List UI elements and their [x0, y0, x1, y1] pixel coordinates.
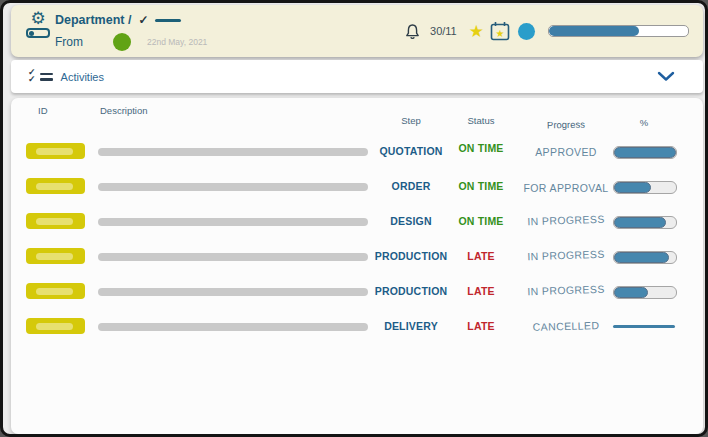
row-status: LATE — [441, 320, 521, 332]
slider-icon — [26, 28, 50, 38]
row-description-placeholder — [98, 253, 368, 261]
app-window: ⚙ Department / ✓ From 22nd May, 2021 30/… — [0, 0, 708, 437]
header-progress-bar — [548, 25, 689, 37]
table-row[interactable]: ORDER ON TIME FOR APPROVAL — [11, 170, 703, 204]
row-status: ON TIME — [441, 142, 521, 154]
header-progress-fill — [549, 26, 639, 36]
column-header-id: ID — [38, 105, 48, 116]
table-row[interactable]: DELIVERY LATE CANCELLED — [11, 310, 703, 344]
row-description-placeholder — [98, 323, 368, 331]
row-progress-fill — [614, 287, 648, 298]
double-check-icon: ✓✓ — [28, 69, 36, 83]
row-progress-fill — [614, 252, 670, 263]
column-header-percent: % — [613, 117, 675, 128]
row-id-badge[interactable] — [26, 283, 85, 299]
row-id-badge[interactable] — [26, 143, 85, 159]
table-row[interactable]: QUOTATION ON TIME APPROVED — [11, 135, 703, 169]
chevron-down-icon[interactable] — [657, 71, 675, 82]
star-icon[interactable]: ★ — [469, 23, 484, 40]
row-progress-bar — [613, 216, 677, 229]
activities-table: ID Description Step Status Progress % QU… — [11, 98, 703, 434]
row-status: LATE — [441, 250, 521, 262]
row-description-placeholder — [98, 183, 368, 191]
calendar-star-icon[interactable]: ★ — [490, 21, 510, 41]
row-description-placeholder — [98, 288, 368, 296]
from-label: From — [55, 35, 83, 49]
row-id-badge[interactable] — [26, 213, 85, 229]
row-id-badge[interactable] — [26, 178, 85, 194]
activities-label: Activities — [61, 71, 104, 83]
row-progress-label: IN PROGRESS — [511, 212, 621, 228]
row-id-badge-inner — [36, 323, 73, 330]
page-title: Department / — [55, 13, 131, 27]
table-row[interactable]: PRODUCTION LATE IN PROGRESS — [11, 240, 703, 274]
column-header-progress: Progress — [511, 118, 621, 131]
column-header-description: Description — [100, 105, 148, 116]
row-id-badge-inner — [36, 253, 73, 260]
bell-icon[interactable] — [405, 23, 420, 40]
row-progress-label: APPROVED — [511, 146, 621, 158]
row-progress-label: IN PROGRESS — [511, 247, 621, 263]
calendar-inner-star: ★ — [496, 28, 505, 39]
row-progress-bar — [613, 181, 677, 194]
list-lines-icon — [40, 73, 53, 81]
dash-divider — [155, 19, 181, 22]
row-progress-bar — [613, 325, 675, 328]
row-progress-fill — [614, 182, 651, 193]
row-progress-bar — [613, 286, 677, 299]
row-id-badge[interactable] — [26, 248, 85, 264]
row-progress-label: FOR APPROVAL — [511, 182, 621, 194]
row-progress-bar — [613, 251, 677, 264]
row-id-badge-inner — [36, 218, 73, 225]
from-status-dot[interactable] — [113, 33, 131, 51]
activities-accordion[interactable]: ✓✓ Activities — [11, 60, 703, 93]
row-progress-label: IN PROGRESS — [511, 282, 621, 298]
table-row[interactable]: DESIGN ON TIME IN PROGRESS — [11, 205, 703, 239]
row-status: ON TIME — [441, 215, 521, 227]
row-progress-fill — [614, 217, 667, 228]
row-id-badge-inner — [36, 183, 73, 190]
row-progress-fill — [614, 147, 676, 158]
row-status: ON TIME — [441, 180, 521, 192]
row-progress-bar — [613, 146, 677, 159]
gear-icon: ⚙ — [25, 10, 51, 27]
row-id-badge[interactable] — [26, 318, 85, 334]
check-icon[interactable]: ✓ — [138, 13, 148, 27]
row-progress-label: CANCELLED — [511, 319, 621, 334]
avatar-dot[interactable] — [518, 23, 535, 40]
row-status: LATE — [441, 285, 521, 297]
row-id-badge-inner — [36, 148, 73, 155]
column-header-status: Status — [441, 115, 521, 126]
header-bar: ⚙ Department / ✓ From 22nd May, 2021 30/… — [11, 5, 703, 57]
row-description-placeholder — [98, 218, 368, 226]
department-settings-icon[interactable]: ⚙ — [25, 10, 51, 50]
from-date: 22nd May, 2021 — [147, 37, 207, 47]
table-row[interactable]: PRODUCTION LATE IN PROGRESS — [11, 275, 703, 309]
notification-count: 30/11 — [430, 25, 457, 37]
row-description-placeholder — [98, 148, 368, 156]
row-id-badge-inner — [36, 288, 73, 295]
